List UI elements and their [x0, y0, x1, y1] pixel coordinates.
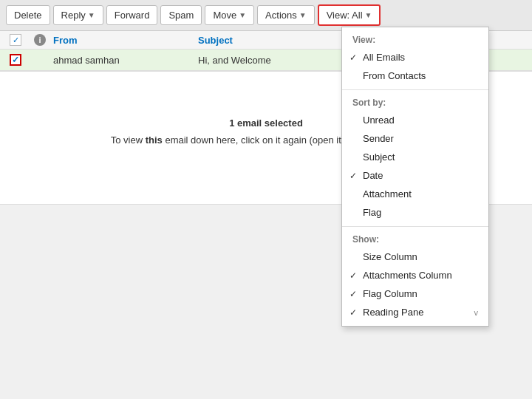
view-caret-icon: ▼: [365, 11, 372, 19]
reading-pane-label: Reading Pane: [363, 307, 423, 318]
flag-label: Flag: [363, 207, 381, 218]
unread-label: Unread: [363, 115, 395, 126]
dropdown-item-subject[interactable]: Subject: [342, 148, 488, 166]
show-section-label: Show:: [342, 231, 488, 248]
actions-caret-icon: ▼: [299, 11, 307, 19]
attachments-column-label: Attachments Column: [363, 270, 452, 281]
reply-label: Reply: [61, 10, 86, 21]
dropdown-item-size-column[interactable]: Size Column: [342, 248, 488, 266]
dropdown-item-sender[interactable]: Sender: [342, 129, 488, 148]
reply-caret-icon: ▼: [88, 11, 95, 19]
row-from: ahmad samhan: [53, 55, 194, 66]
email-count-number: 1 email selected: [229, 117, 303, 129]
dropdown-item-attachments-column[interactable]: ✓ Attachments Column: [342, 266, 488, 284]
sort-section: Sort by: Unread Sender Subject ✓ Date At…: [342, 90, 488, 227]
delete-button[interactable]: Delete: [6, 5, 50, 25]
actions-label: Actions: [265, 10, 297, 21]
view-section: View: ✓ All Emails From Contacts: [342, 27, 488, 90]
dropdown-item-flag[interactable]: Flag: [342, 203, 488, 222]
dropdown-item-reading-pane[interactable]: ✓ Reading Pane v: [342, 303, 488, 321]
header-checkbox[interactable]: ✓: [4, 34, 27, 46]
view-all-button[interactable]: View: All ▼: [318, 4, 381, 26]
dropdown-item-attachment[interactable]: Attachment: [342, 185, 488, 203]
reading-pane-submenu-icon: v: [474, 308, 479, 317]
check-icon: ✓: [349, 171, 357, 181]
move-label: Move: [213, 10, 236, 21]
move-caret-icon: ▼: [239, 11, 246, 19]
date-label: Date: [363, 170, 383, 181]
from-column-header[interactable]: From: [53, 35, 194, 46]
forward-button[interactable]: Forward: [106, 5, 158, 25]
show-section: Show: Size Column ✓ Attachments Column ✓…: [342, 227, 488, 326]
row-subject: Hi, and Welcome: [198, 55, 271, 66]
dropdown-item-unread[interactable]: Unread: [342, 111, 488, 129]
dropdown-item-flag-column[interactable]: ✓ Flag Column: [342, 284, 488, 303]
row-checkbox[interactable]: [10, 54, 21, 66]
actions-button[interactable]: Actions ▼: [257, 5, 315, 25]
dropdown-item-date[interactable]: ✓ Date: [342, 166, 488, 185]
move-button[interactable]: Move ▼: [205, 5, 254, 25]
sender-label: Sender: [363, 133, 394, 144]
spam-button[interactable]: Spam: [160, 5, 202, 25]
flag-column-label: Flag Column: [363, 288, 417, 299]
sort-section-label: Sort by:: [342, 95, 488, 111]
check-icon: ✓: [349, 270, 357, 281]
subject-column-header[interactable]: Subject: [198, 35, 233, 46]
view-all-label: View: All: [327, 10, 363, 21]
check-icon: ✓: [349, 289, 357, 299]
subject-sort-label: Subject: [363, 151, 395, 163]
dropdown-item-all-emails[interactable]: ✓ All Emails: [342, 48, 488, 66]
header-info-icon: i: [31, 34, 49, 46]
check-icon: ✓: [349, 307, 357, 318]
dropdown-item-from-contacts[interactable]: From Contacts: [342, 66, 488, 85]
size-column-label: Size Column: [363, 251, 417, 262]
reply-button[interactable]: Reply ▼: [53, 5, 103, 25]
attachment-label: Attachment: [363, 188, 412, 200]
view-section-label: View:: [342, 32, 488, 48]
row-checkbox-cell[interactable]: [4, 54, 27, 66]
from-contacts-label: From Contacts: [363, 70, 426, 81]
view-dropdown-menu: View: ✓ All Emails From Contacts Sort by…: [341, 27, 489, 327]
all-emails-label: All Emails: [363, 52, 405, 63]
check-icon: ✓: [349, 52, 357, 63]
